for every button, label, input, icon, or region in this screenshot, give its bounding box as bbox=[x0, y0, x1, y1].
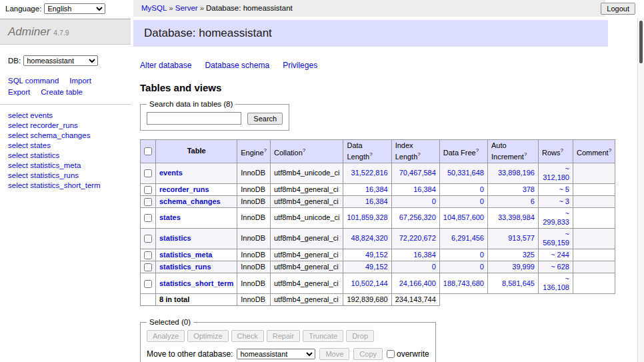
sidebar-link-select-recorder-runs[interactable]: select recorder_runs bbox=[8, 121, 123, 129]
rows-link[interactable]: ~ 299,833 bbox=[543, 209, 569, 226]
auto-increment-link[interactable]: 378 bbox=[523, 185, 535, 193]
row-checkbox-statistics-meta[interactable] bbox=[144, 251, 152, 259]
language-select[interactable]: English bbox=[44, 3, 105, 14]
table-link-recorder-runs[interactable]: recorder_runs bbox=[159, 185, 209, 193]
truncate-button[interactable]: Truncate bbox=[303, 330, 343, 342]
auto-increment-link[interactable]: 6 bbox=[531, 197, 535, 205]
index-length-link[interactable]: 24,166,400 bbox=[399, 279, 436, 287]
data-free-link[interactable]: 50,331,648 bbox=[447, 169, 484, 177]
sidebar-link-select-states[interactable]: select states bbox=[8, 141, 123, 149]
help-icon[interactable]: ? bbox=[561, 147, 563, 153]
data-length-link[interactable]: 101,859,328 bbox=[347, 213, 387, 221]
index-length-link[interactable]: 0 bbox=[432, 263, 436, 271]
action-link-alter-database[interactable]: Alter database bbox=[140, 61, 191, 70]
auto-increment-link[interactable]: 325 bbox=[523, 251, 535, 259]
sidebar-link-import[interactable]: Import bbox=[69, 77, 91, 85]
rows-link[interactable]: ~ 136,108 bbox=[543, 275, 569, 291]
overwrite-checkbox[interactable] bbox=[387, 350, 395, 358]
check-button[interactable]: Check bbox=[231, 330, 264, 342]
table-link-statistics-short-term[interactable]: statistics_short_term bbox=[159, 279, 233, 287]
data-length-link[interactable]: 49,152 bbox=[365, 251, 388, 259]
data-length-link[interactable]: 31,522,816 bbox=[351, 169, 388, 177]
row-checkbox-recorder-runs[interactable] bbox=[144, 186, 152, 194]
auto-increment-link[interactable]: 8,581,645 bbox=[502, 279, 535, 287]
drop-button[interactable]: Drop bbox=[346, 330, 374, 342]
row-checkbox-statistics-runs[interactable] bbox=[144, 263, 152, 271]
row-checkbox-schema-changes[interactable] bbox=[144, 198, 152, 206]
rows-link[interactable]: ~ 628 bbox=[551, 263, 569, 271]
repair-button[interactable]: Repair bbox=[267, 330, 300, 342]
analyze-button[interactable]: Analyze bbox=[147, 330, 185, 342]
data-length-link[interactable]: 48,824,320 bbox=[351, 234, 388, 242]
action-link-database-schema[interactable]: Database schema bbox=[205, 61, 269, 70]
data-free-link[interactable]: 6,291,456 bbox=[451, 234, 484, 242]
index-length-link[interactable]: 67,256,320 bbox=[399, 213, 436, 221]
data-free-link[interactable]: 0 bbox=[480, 263, 484, 271]
search-button[interactable]: Search bbox=[247, 113, 283, 125]
help-icon[interactable]: ? bbox=[369, 151, 372, 157]
help-icon[interactable]: ? bbox=[417, 151, 420, 157]
sidebar-link-select-statistics-runs[interactable]: select statistics_runs bbox=[8, 171, 123, 179]
action-link-privileges[interactable]: Privileges bbox=[283, 61, 317, 70]
help-icon[interactable]: ? bbox=[524, 151, 527, 157]
data-free-link[interactable]: 0 bbox=[480, 197, 484, 205]
index-length-link[interactable]: 16,384 bbox=[413, 185, 436, 193]
data-length-link[interactable]: 16,384 bbox=[365, 197, 388, 205]
data-length-link[interactable]: 10,502,144 bbox=[351, 279, 388, 287]
table-link-statistics-meta[interactable]: statistics_meta bbox=[159, 251, 213, 259]
rows-link[interactable]: ~ 5 bbox=[559, 185, 569, 193]
vertical-scrollbar[interactable] bbox=[637, 18, 644, 362]
search-input[interactable] bbox=[147, 112, 241, 125]
data-free-link[interactable]: 0 bbox=[480, 185, 484, 193]
rows-link[interactable]: ~ 3 bbox=[559, 197, 569, 205]
row-checkbox-states[interactable] bbox=[144, 214, 152, 222]
data-free-link[interactable]: 104,857,600 bbox=[443, 213, 484, 221]
index-length-link[interactable]: 0 bbox=[432, 197, 436, 205]
sidebar-link-sql-command[interactable]: SQL command bbox=[8, 77, 59, 85]
move-button[interactable]: Move bbox=[319, 348, 349, 360]
data-length-link[interactable]: 16,384 bbox=[365, 185, 388, 193]
sidebar-link-create-table[interactable]: Create table bbox=[41, 88, 83, 96]
db-select[interactable]: homeassistant bbox=[23, 55, 98, 66]
row-checkbox-events[interactable] bbox=[144, 169, 152, 177]
select-all-checkbox[interactable] bbox=[144, 147, 152, 155]
row-checkbox-statistics-short-term[interactable] bbox=[144, 280, 152, 288]
help-icon[interactable]: ? bbox=[476, 147, 479, 153]
sidebar-link-select-statistics-meta[interactable]: select statistics_meta bbox=[8, 161, 123, 169]
help-icon[interactable]: ? bbox=[303, 147, 305, 153]
sidebar-link-export[interactable]: Export bbox=[8, 88, 30, 96]
data-free-link[interactable]: 188,743,680 bbox=[443, 279, 484, 287]
help-icon[interactable]: ? bbox=[609, 147, 611, 153]
sidebar-link-select-statistics[interactable]: select statistics bbox=[8, 151, 123, 159]
sidebar-link-select-statistics-short-term[interactable]: select statistics_short_term bbox=[8, 181, 123, 189]
table-link-states[interactable]: states bbox=[159, 213, 181, 221]
rows-link[interactable]: ~ 244 bbox=[551, 251, 569, 259]
table-link-statistics-runs[interactable]: statistics_runs bbox=[159, 263, 211, 271]
sidebar-link-select-events[interactable]: select events bbox=[8, 111, 123, 119]
optimize-button[interactable]: Optimize bbox=[187, 330, 228, 342]
index-length-link[interactable]: 70,467,584 bbox=[399, 169, 436, 177]
copy-button[interactable]: Copy bbox=[353, 348, 383, 360]
data-free-link[interactable]: 0 bbox=[480, 251, 484, 259]
rows-link[interactable]: ~ 312,180 bbox=[543, 165, 569, 181]
auto-increment-link[interactable]: 913,577 bbox=[508, 234, 535, 242]
row-checkbox-statistics[interactable] bbox=[144, 235, 152, 243]
rows-link[interactable]: ~ 569,159 bbox=[543, 230, 569, 247]
data-length-link[interactable]: 49,152 bbox=[365, 263, 388, 271]
breadcrumb-mysql-link[interactable]: MySQL bbox=[141, 4, 167, 12]
app-name[interactable]: Adminer bbox=[8, 25, 50, 38]
logout-button[interactable]: Logout bbox=[601, 3, 635, 15]
scrollbar-thumb[interactable] bbox=[639, 21, 643, 63]
table-link-events[interactable]: events bbox=[159, 169, 183, 177]
auto-increment-link[interactable]: 39,999 bbox=[512, 263, 535, 271]
auto-increment-link[interactable]: 33,898,196 bbox=[498, 169, 535, 177]
index-length-link[interactable]: 72,220,672 bbox=[399, 234, 436, 242]
breadcrumb-server-link[interactable]: Server bbox=[175, 4, 198, 12]
sidebar-link-select-schema-changes[interactable]: select schema_changes bbox=[8, 131, 123, 139]
auto-increment-link[interactable]: 33,398,984 bbox=[498, 213, 535, 221]
index-length-link[interactable]: 16,384 bbox=[413, 251, 436, 259]
table-link-statistics[interactable]: statistics bbox=[159, 234, 191, 242]
move-db-select[interactable]: homeassistant bbox=[237, 349, 315, 359]
table-link-schema-changes[interactable]: schema_changes bbox=[159, 197, 221, 205]
help-icon[interactable]: ? bbox=[264, 147, 267, 153]
